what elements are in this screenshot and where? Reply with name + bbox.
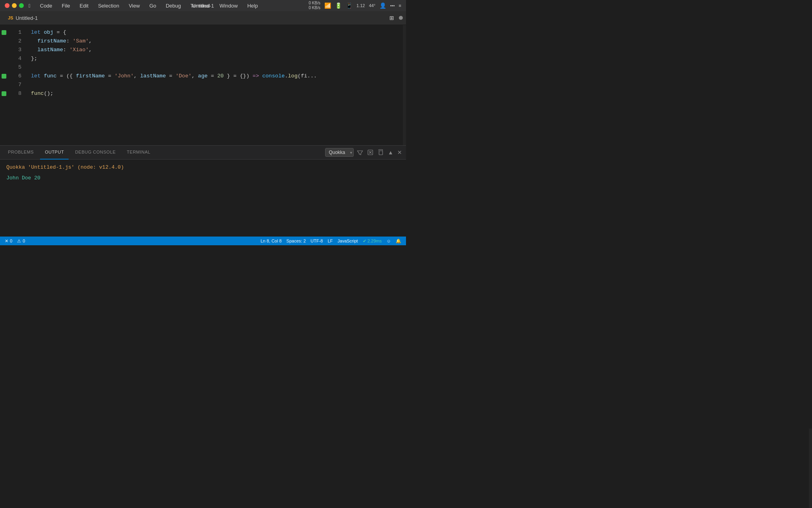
line-numbers: 1 2 3 4 5 6 7 8 xyxy=(8,25,28,145)
bell-status[interactable]: 🔔 xyxy=(396,239,401,244)
phone-icon: 📱 xyxy=(346,2,352,9)
svg-rect-3 xyxy=(379,151,383,155)
check-icon: ✔ 2.29ms xyxy=(363,239,382,244)
window-title: Untitled-1 xyxy=(192,3,214,9)
error-count: 0 xyxy=(10,239,12,243)
more-icon: ••• xyxy=(390,3,395,8)
wifi-icon: 📶 xyxy=(324,2,331,9)
eol-status[interactable]: LF xyxy=(327,239,333,243)
warnings-status[interactable]: ⚠ 0 xyxy=(17,239,25,244)
tab-label: Untitled-1 xyxy=(15,15,38,21)
copy-icon[interactable] xyxy=(377,148,385,156)
line-num-2: 2 xyxy=(8,37,21,46)
menu-selection[interactable]: Selection xyxy=(96,2,121,10)
titlebar-left:  Code File Edit Selection View Go Debug… xyxy=(5,2,259,10)
code-line-8: func(); xyxy=(28,89,403,98)
close-button[interactable] xyxy=(5,3,10,8)
bp-4 xyxy=(0,54,8,63)
menu-bar:  Code File Edit Selection View Go Debug… xyxy=(27,2,259,10)
line-num-3: 3 xyxy=(8,46,21,54)
line-col-label: Ln 8, Col 8 xyxy=(260,239,282,243)
bp-7 xyxy=(0,81,8,89)
code-editor[interactable]: let obj = { firstName: 'Sam', lastName: … xyxy=(28,25,403,145)
bp-8 xyxy=(0,89,8,98)
clear-output-icon[interactable] xyxy=(366,148,374,156)
editor-scrollbar[interactable] xyxy=(403,25,406,145)
warning-icon: ⚠ xyxy=(17,239,21,244)
editor-area: 1 2 3 4 5 6 7 8 let obj = { firstName: '… xyxy=(0,25,406,245)
spaces-status[interactable]: Spaces: 2 xyxy=(286,239,306,243)
output-source-select[interactable]: Quokka xyxy=(325,148,354,157)
line-num-1: 1 xyxy=(8,28,21,37)
output-line-1: Quokka 'Untitled-1.js' (node: v12.4.0) xyxy=(6,164,400,170)
smiley-icon: ☺ xyxy=(387,239,391,243)
line-num-8: 8 xyxy=(8,89,21,98)
code-line-6: let func = ({ firstName = 'John', lastNa… xyxy=(28,72,403,81)
encoding-status[interactable]: UTF-8 xyxy=(310,239,323,243)
menu-debug[interactable]: Debug xyxy=(164,2,182,10)
temp-label: 44° xyxy=(369,3,375,8)
menu-view[interactable]: View xyxy=(127,2,142,10)
menu-code[interactable]: Code xyxy=(38,2,54,10)
minimize-button[interactable] xyxy=(12,3,17,8)
language-status[interactable]: JavaScript xyxy=(337,239,358,243)
panel-controls: Quokka ▾ ▲ ✕ xyxy=(325,148,403,157)
bp-2 xyxy=(0,37,8,46)
error-icon: ✕ xyxy=(5,239,8,244)
filter-icon[interactable] xyxy=(356,148,364,156)
tabbar-right: ⊞ xyxy=(388,14,403,22)
line-num-6: 6 xyxy=(8,72,21,81)
user-icon: 👤 xyxy=(379,2,386,9)
menu-help[interactable]: Help xyxy=(246,2,260,10)
battery-icon: 🔋 xyxy=(335,2,342,9)
panel-tabs: PROBLEMS OUTPUT DEBUG CONSOLE TERMINAL Q… xyxy=(0,146,406,160)
code-line-4: }; xyxy=(28,54,403,63)
tab-terminal[interactable]: TERMINAL xyxy=(122,146,155,160)
traffic-lights xyxy=(5,3,24,8)
menu-go[interactable]: Go xyxy=(148,2,158,10)
menu-edit[interactable]: Edit xyxy=(78,2,90,10)
scroll-up-icon[interactable]: ▲ xyxy=(387,148,394,156)
js-icon: JS xyxy=(8,15,13,20)
tab-problems[interactable]: PROBLEMS xyxy=(3,146,38,160)
code-line-2: firstName: 'Sam', xyxy=(28,37,403,46)
encoding-label: UTF-8 xyxy=(310,239,323,243)
menu-file[interactable]: File xyxy=(60,2,72,10)
bp-1 xyxy=(0,28,8,37)
tab-output[interactable]: OUTPUT xyxy=(40,146,69,160)
code-line-5 xyxy=(28,63,403,72)
line-num-4: 4 xyxy=(8,54,21,63)
version-label: 1.12 xyxy=(356,3,365,8)
menu-window[interactable]: Window xyxy=(218,2,239,10)
titlebar-right: 0 KB/s0 KB/s 📶 🔋 📱 1.12 44° 👤 ••• ≡ xyxy=(308,1,401,10)
bell-icon: 🔔 xyxy=(396,239,401,244)
bp-3 xyxy=(0,46,8,54)
tab-debug-console[interactable]: DEBUG CONSOLE xyxy=(70,146,120,160)
errors-status[interactable]: ✕ 0 xyxy=(5,239,12,244)
breakpoint-dot xyxy=(2,74,6,79)
line-col-status[interactable]: Ln 8, Col 8 xyxy=(260,239,282,243)
eol-label: LF xyxy=(327,239,333,243)
spaces-label: Spaces: 2 xyxy=(286,239,306,243)
tabbar: JS Untitled-1 ⊞ xyxy=(0,11,406,25)
close-panel-icon[interactable]: ✕ xyxy=(396,148,403,156)
network-stats: 0 KB/s0 KB/s xyxy=(308,1,320,10)
editor-main[interactable]: 1 2 3 4 5 6 7 8 let obj = { firstName: '… xyxy=(0,25,406,145)
breakpoint-dot xyxy=(2,30,6,35)
code-line-7 xyxy=(28,81,403,89)
panel: PROBLEMS OUTPUT DEBUG CONSOLE TERMINAL Q… xyxy=(0,145,406,237)
line-num-7: 7 xyxy=(8,81,21,89)
smiley-status[interactable]: ☺ xyxy=(387,239,391,243)
warning-count: 0 xyxy=(23,239,25,243)
breakpoint-dot xyxy=(2,91,6,96)
statusbar-right: Ln 8, Col 8 Spaces: 2 UTF-8 LF JavaScrip… xyxy=(260,239,401,244)
split-editor-button[interactable]: ⊞ xyxy=(388,14,396,22)
output-line-2: John Doe 20 xyxy=(6,175,400,181)
bp-5 xyxy=(0,63,8,72)
line-num-5: 5 xyxy=(8,63,21,72)
statusbar-left: ✕ 0 ⚠ 0 xyxy=(5,239,25,244)
plugin-status[interactable]: ✔ 2.29ms xyxy=(363,239,382,244)
menu-apple[interactable]:  xyxy=(27,2,32,10)
editor-tab[interactable]: JS Untitled-1 xyxy=(3,11,42,25)
maximize-button[interactable] xyxy=(19,3,24,8)
